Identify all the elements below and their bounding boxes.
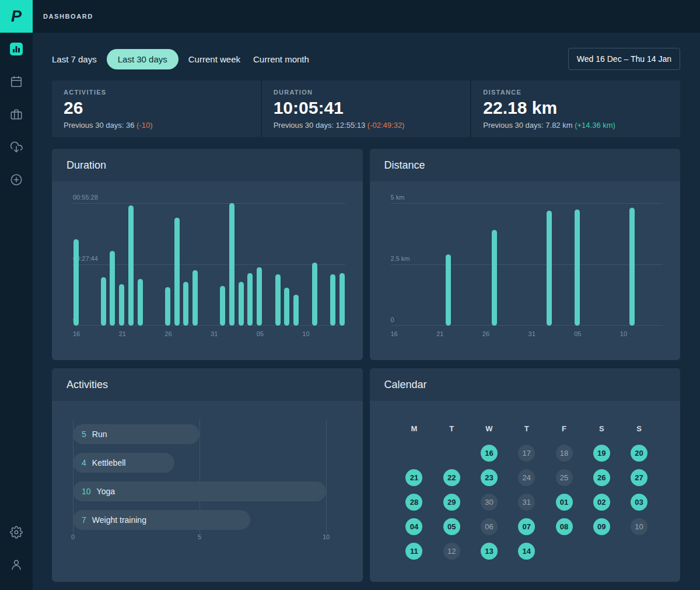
distance-bar-slot-12: [638, 203, 644, 326]
duration-bar-slot-30: [201, 203, 207, 326]
sidebar-item-account[interactable]: [5, 553, 28, 577]
plus-circle-icon: [10, 173, 23, 186]
duration-bar-day-08[interactable]: [284, 288, 289, 326]
sidebar-item-add[interactable]: [5, 168, 28, 191]
calendar-day-01-active[interactable]: 01: [556, 494, 573, 511]
duration-bar-day-02[interactable]: [229, 203, 235, 326]
date-range-button[interactable]: Wed 16 Dec – Thu 14 Jan: [568, 48, 680, 70]
calendar-day-17-inactive[interactable]: 17: [518, 445, 535, 462]
activity-bar-yoga[interactable]: 10Yoga: [73, 481, 326, 501]
sidebar-item-calendar[interactable]: [5, 70, 28, 93]
x-axis-label: [510, 330, 516, 337]
activity-bar-run[interactable]: 5Run: [73, 424, 200, 444]
tab-last-30-days[interactable]: Last 30 days: [107, 49, 178, 69]
duration-bar-day-03[interactable]: [239, 282, 244, 326]
app-logo[interactable]: P: [0, 0, 33, 33]
duration-bar-day-19[interactable]: [101, 277, 106, 326]
duration-bar-day-11[interactable]: [312, 263, 317, 326]
calendar-day-07-active[interactable]: 07: [518, 518, 535, 535]
calendar-day-23-active[interactable]: 23: [481, 469, 498, 486]
duration-bar-day-16[interactable]: [74, 239, 79, 326]
calendar-day-29-active[interactable]: 29: [443, 494, 460, 511]
distance-bar-slot-09: [611, 203, 617, 326]
duration-bar-slot-22: [128, 203, 134, 326]
calendar-day-05-active[interactable]: 05: [443, 518, 460, 535]
period-tabs: Last 7 daysLast 30 daysCurrent weekCurre…: [52, 49, 316, 69]
stat-duration: DURATION 10:05:41 Previous 30 days: 12:5…: [262, 81, 472, 137]
duration-bar-slot-11: [312, 203, 317, 326]
calendar-day-04-active[interactable]: 04: [405, 518, 422, 535]
calendar-day-21-active[interactable]: 21: [405, 469, 422, 486]
calendar-cell: 27: [620, 465, 657, 490]
calendar-cell: 21: [396, 465, 433, 490]
calendar-day-19-active[interactable]: 19: [593, 445, 610, 462]
calendar-day-13-active[interactable]: 13: [481, 543, 498, 560]
calendar-day-11-active[interactable]: 11: [405, 543, 422, 560]
duration-bar-day-22[interactable]: [128, 205, 134, 326]
user-icon: [10, 558, 23, 571]
distance-bar-slot-16: [391, 203, 397, 326]
x-axis-label: [556, 330, 562, 337]
duration-bar-day-01[interactable]: [220, 286, 225, 326]
calendar-day-12-inactive[interactable]: 12: [443, 543, 460, 560]
distance-bar-day-27[interactable]: [492, 230, 497, 326]
calendar-day-08-active[interactable]: 08: [556, 518, 573, 535]
duration-bar-day-09[interactable]: [293, 295, 299, 326]
calendar-cell: 24: [508, 465, 545, 490]
distance-bar-day-02[interactable]: [547, 211, 552, 326]
calendar-day-27-active[interactable]: 27: [631, 469, 648, 486]
calendar-day-10-inactive[interactable]: 10: [631, 518, 648, 535]
duration-bar-day-13[interactable]: [330, 274, 335, 326]
duration-bar-day-05[interactable]: [257, 267, 262, 326]
sidebar-item-dashboard[interactable]: [5, 37, 28, 61]
duration-bar-day-29[interactable]: [192, 270, 198, 326]
sidebar-item-gear-bag[interactable]: [5, 103, 28, 126]
duration-bar-day-20[interactable]: [110, 251, 115, 326]
tab-last-7-days[interactable]: Last 7 days: [52, 50, 103, 69]
calendar-day-22-active[interactable]: 22: [443, 469, 460, 486]
duration-bar-slot-21: [119, 203, 125, 326]
calendar-cell: 10: [620, 514, 657, 539]
duration-bar-slot-26: [164, 203, 170, 326]
x-axis-label: [284, 330, 290, 337]
calendar-day-18-inactive[interactable]: 18: [556, 445, 573, 462]
duration-bar-slot-08: [284, 203, 290, 326]
distance-plot-area: 5 km 2.5 km 0: [391, 203, 663, 326]
calendar-day-16-active[interactable]: 16: [481, 445, 498, 462]
distance-bar-day-11[interactable]: [629, 208, 635, 326]
calendar-cell: [396, 441, 433, 465]
duration-bar-day-28[interactable]: [183, 282, 188, 326]
calendar-cell: 09: [583, 514, 620, 539]
calendar-day-25-inactive[interactable]: 25: [556, 469, 573, 486]
calendar-cell: [545, 539, 583, 563]
calendar-day-14-active[interactable]: 14: [518, 543, 535, 560]
calendar-day-09-active[interactable]: 09: [593, 518, 610, 535]
calendar-day-28-active[interactable]: 28: [405, 494, 422, 511]
tab-current-week[interactable]: Current week: [182, 50, 247, 69]
distance-bar-day-05[interactable]: [575, 210, 580, 326]
x-axis-label: [174, 330, 180, 337]
duration-bar-day-07[interactable]: [275, 274, 281, 326]
duration-bar-day-14[interactable]: [340, 273, 345, 326]
sidebar-item-settings[interactable]: [5, 521, 28, 544]
calendar-day-03-active[interactable]: 03: [631, 494, 648, 511]
duration-bar-day-21[interactable]: [119, 284, 124, 326]
duration-bar-day-04[interactable]: [247, 273, 253, 326]
calendar-day-24-inactive[interactable]: 24: [518, 469, 535, 486]
calendar-day-06-inactive[interactable]: 06: [481, 518, 498, 535]
duration-bar-day-23[interactable]: [138, 279, 143, 326]
distance-bar-day-22[interactable]: [446, 254, 451, 326]
x-axis-label: [446, 330, 452, 337]
duration-bar-day-27[interactable]: [174, 218, 180, 326]
activity-bar-weight-training[interactable]: 7Weight training: [73, 510, 250, 530]
calendar-day-30-inactive[interactable]: 30: [481, 494, 498, 511]
calendar-day-20-active[interactable]: 20: [631, 445, 648, 462]
calendar-day-26-active[interactable]: 26: [593, 469, 610, 486]
x-axis-label: [593, 330, 598, 337]
sidebar-item-sync[interactable]: [5, 135, 28, 159]
activity-bar-kettlebell[interactable]: 4Kettlebell: [73, 453, 174, 473]
calendar-day-31-inactive[interactable]: 31: [518, 494, 535, 511]
tab-current-month[interactable]: Current month: [247, 50, 316, 69]
duration-bar-day-26[interactable]: [165, 287, 170, 326]
calendar-day-02-active[interactable]: 02: [593, 494, 610, 511]
